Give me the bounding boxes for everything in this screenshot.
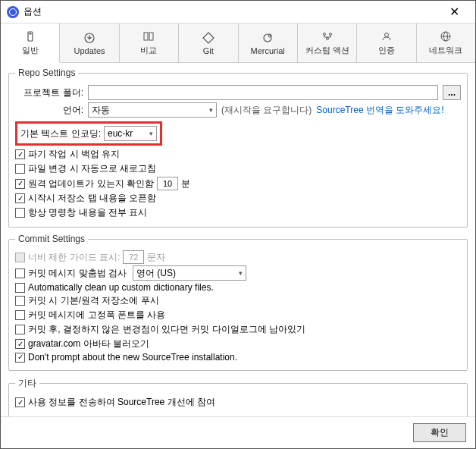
language-label: 언어: [15,104,83,117]
checkbox-stay-dialog[interactable] [15,325,25,334]
tab-label: 네트워크 [429,45,462,56]
checkbox-label: 사용 정보를 전송하여 SourceTree 개선에 참여 [28,396,215,409]
checkbox-label: Automatically clean up custom dictionary… [28,282,214,293]
general-icon [23,30,37,43]
tab-label: 인증 [378,45,395,56]
commit-legend: Commit Settings [15,234,88,244]
language-select[interactable]: 자동 [88,102,217,118]
other-settings-group: 기타 사용 정보를 전송하여 SourceTree 개선에 참여 [8,377,468,416]
network-icon [439,30,453,43]
encoding-select[interactable]: euc-kr [104,126,157,141]
tab-label: 일반 [22,45,39,56]
tab-diff[interactable]: 비교 [120,24,179,62]
checkbox-width-guide [15,253,25,262]
checkbox-label: 파기 작업 시 백업 유지 [28,148,120,161]
width-suffix: 문자 [147,251,165,264]
checkbox-label: 커밋 시 기본/원격 저장소에 푸시 [28,294,159,307]
actions-icon [321,30,334,43]
svg-rect-3 [144,33,148,40]
remote-interval-input[interactable]: 10 [157,177,178,190]
window-title: 옵션 [23,5,439,18]
user-icon [380,30,393,43]
checkbox-label: 커밋 메시지에 고정폭 폰트를 사용 [28,309,165,322]
checkbox-remote-update[interactable] [15,179,25,189]
checkbox-no-prompt[interactable] [15,353,25,363]
svg-rect-1 [29,33,31,35]
tab-label: 비교 [140,45,157,56]
tab-label: Git [203,46,214,55]
checkbox-backup[interactable] [15,149,25,159]
checkbox-label: 시작시 저장소 탭 내용을 오픈함 [28,192,156,205]
checkbox-fixed-font[interactable] [15,310,25,320]
svg-point-8 [329,33,331,36]
spell-label: 커밋 메시지 맞춤법 검사 [28,267,127,280]
checkbox-label: Don't prompt about the new SourceTree in… [28,352,237,363]
tab-label: 커스텀 액션 [305,45,349,56]
project-folder-label: 프로젝트 폴더: [15,86,83,99]
minutes-suffix: 분 [181,177,190,190]
tab-general[interactable]: 일반 [1,24,60,63]
encoding-label: 기본 텍스트 인코딩: [20,127,101,140]
checkbox-show-command[interactable] [15,208,25,218]
options-window: 옵션 ✕ 일반 Updates 비교 Git Mercurial 커스텀 액션 [0,0,476,449]
tab-mercurial[interactable]: Mercurial [239,24,298,62]
repo-legend: Repo Settings [15,68,78,78]
width-input: 72 [123,250,144,264]
tab-auth[interactable]: 인증 [357,24,416,62]
tab-label: Mercurial [251,46,285,55]
mercurial-icon [261,31,274,45]
checkbox-label: 파일 변경 시 자동으로 새로고침 [28,162,156,175]
checkbox-label: 항상 명령창 내용을 전부 표시 [28,206,147,219]
encoding-highlight: 기본 텍스트 인코딩: euc-kr [15,121,162,146]
svg-rect-4 [149,33,153,40]
titlebar: 옵션 ✕ [1,1,475,24]
checkbox-label: 커밋 후, 결정하지 않은 변경점이 있다면 커밋 다이얼로그에 남아있기 [28,323,305,336]
checkbox-open-tabs[interactable] [15,193,25,203]
checkbox-send-usage[interactable] [15,397,25,407]
tab-network[interactable]: 네트워크 [417,24,475,62]
ok-button[interactable]: 확인 [413,423,466,442]
browse-button[interactable]: ... [443,85,461,100]
checkbox-push-commit[interactable] [15,296,25,306]
diff-icon [142,30,155,43]
git-icon [202,31,215,45]
project-folder-input[interactable] [88,85,438,100]
tab-custom-actions[interactable]: 커스텀 액션 [298,24,357,62]
tab-label: Updates [74,46,105,55]
tabbar: 일반 Updates 비교 Git Mercurial 커스텀 액션 인증 네 [1,24,475,63]
checkbox-autorefresh[interactable] [15,164,25,174]
app-icon [7,6,19,18]
checkbox-label: 원격 업데이트가 있는지 확인함 [28,177,154,190]
close-button[interactable]: ✕ [439,1,469,23]
translate-link[interactable]: SourceTree 번역을 도와주세요! [316,104,443,117]
commit-settings-group: Commit Settings 너비 제한 가이드 표시:72문자 커밋 메시지… [8,234,468,371]
tab-updates[interactable]: Updates [60,24,119,62]
other-legend: 기타 [15,377,39,390]
tab-git[interactable]: Git [179,24,238,62]
width-label: 너비 제한 가이드 표시: [28,251,120,264]
checkbox-label: gravatar.com 아바타 불러오기 [28,338,149,350]
svg-point-10 [384,33,388,37]
content-area: Repo Settings 프로젝트 폴더: ... 언어: 자동 (재시작을 … [1,63,475,416]
restart-note: (재시작을 요구합니다) [221,104,312,117]
svg-point-7 [323,33,325,36]
checkbox-spellcheck[interactable] [15,268,25,278]
checkbox-clean-dict[interactable] [15,283,25,293]
repo-settings-group: Repo Settings 프로젝트 폴더: ... 언어: 자동 (재시작을 … [8,68,468,228]
footer: 확인 [1,416,475,448]
download-icon [83,31,96,45]
checkbox-gravatar[interactable] [15,339,25,349]
spell-lang-select[interactable]: 영어 (US) [133,265,246,281]
svg-point-5 [264,34,271,42]
